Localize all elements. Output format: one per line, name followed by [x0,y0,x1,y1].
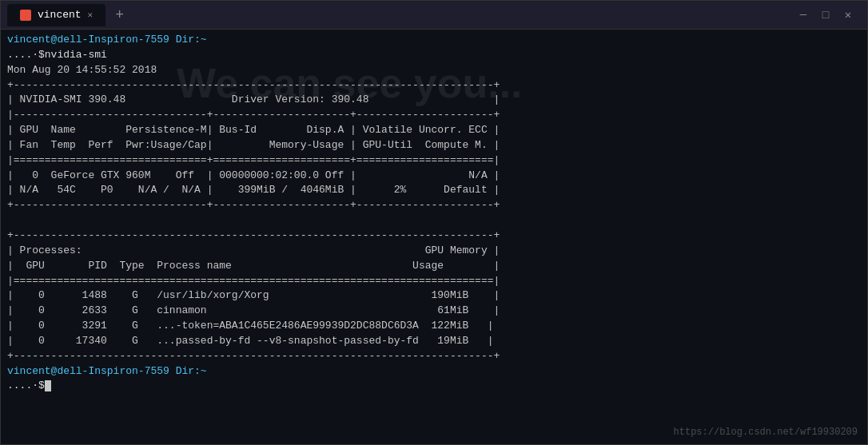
prompt-user-2: vincent@dell-Inspiron-7559 Dir:~ [7,365,207,377]
cmd-line-1: ....·$nvidia-smi [7,48,861,63]
close-button[interactable]: ✕ [842,9,854,22]
tab-area: vincent ✕ + [7,4,797,26]
table-border-bottom: +-------------------------------+-------… [7,198,861,213]
process-row-1: | 0 1488 G /usr/lib/xorg/Xorg 190MiB | [7,288,861,304]
processes-separator: |=======================================… [7,274,861,289]
terminal-content: vincent@dell-Inspiron-7559 Dir:~ ....·$n… [7,33,861,394]
date-line: Mon Aug 20 14:55:52 2018 [7,63,861,78]
blank-line [7,213,861,228]
process-row-4: | 0 17340 G ...passed-by-fd --v8-snapsho… [7,334,861,349]
window-controls: ─ □ ✕ [797,9,861,22]
table-separator: |===============================+=======… [7,153,861,169]
cursor [45,380,51,391]
gpu-row-1: | 0 GeForce GTX 960M Off | 00000000:02:0… [7,169,861,184]
table-border-top: +---------------------------------------… [7,78,861,93]
gpu-row-2: | N/A 54C P0 N/A / N/A | 399MiB / 4046Mi… [7,183,861,198]
minimize-button[interactable]: ─ [797,9,810,22]
new-tab-button[interactable]: + [109,7,130,23]
nvidia-smi-header: | NVIDIA-SMI 390.48 Driver Version: 390.… [7,93,861,108]
prompt-line-2: vincent@dell-Inspiron-7559 Dir:~ [7,364,861,379]
prompt-line-1: vincent@dell-Inspiron-7559 Dir:~ [7,33,861,48]
gpu-header-1: | GPU Name Persistence-M| Bus-Id Disp.A … [7,123,861,138]
tab-label: vincent [38,9,82,21]
titlebar: vincent ✕ + ─ □ ✕ [1,1,867,30]
tab-vincent[interactable]: vincent ✕ [7,4,106,26]
processes-border-top: +---------------------------------------… [7,228,861,244]
cmd-nvidia-smi: ....·$nvidia-smi [7,49,107,61]
processes-header: | Processes: GPU Memory | [7,244,861,259]
terminal-window: vincent ✕ + ─ □ ✕ We can see you... vinc… [0,0,868,445]
process-row-3: | 0 3291 G ...-token=ABA1C465E2486AE9993… [7,319,861,334]
processes-border-bottom: +---------------------------------------… [7,349,861,364]
processes-col-header: | GPU PID Type Process name Usage | [7,259,861,274]
gpu-header-2: | Fan Temp Perf Pwr:Usage/Cap| Memory-Us… [7,138,861,153]
prompt-user: vincent@dell-Inspiron-7559 Dir:~ [7,34,207,46]
cmd-line-2: ....·$ [7,379,861,394]
tab-icon [20,10,31,21]
terminal-body[interactable]: We can see you... vincent@dell-Inspiron-… [1,30,867,444]
url-watermark: https://blog.csdn.net/wf19930209 [674,426,858,439]
table-divider-1: |-------------------------------+-------… [7,108,861,123]
process-row-2: | 0 2633 G cinnamon 61MiB | [7,304,861,319]
tab-close-button[interactable]: ✕ [88,10,94,20]
maximize-button[interactable]: □ [819,9,832,22]
